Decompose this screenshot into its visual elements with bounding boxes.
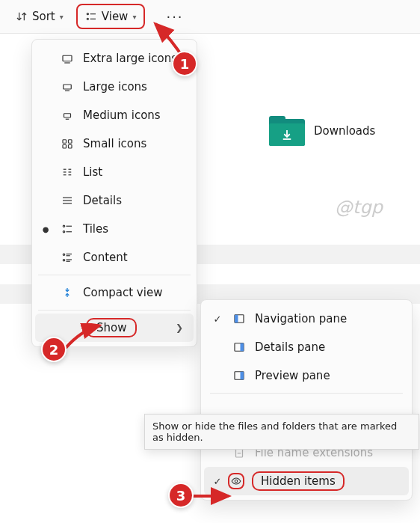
check-icon: ✓ [211, 476, 223, 487]
folder-item-downloads[interactable]: Downloads [269, 116, 375, 146]
menu-separator [38, 310, 191, 311]
svg-rect-12 [63, 145, 67, 149]
details-icon [59, 194, 75, 207]
svg-rect-10 [63, 140, 67, 144]
svg-point-0 [87, 13, 88, 15]
menu-label: Tiles [83, 222, 186, 236]
svg-rect-36 [241, 343, 244, 352]
svg-rect-34 [235, 315, 238, 323]
sort-icon [16, 10, 28, 22]
svg-rect-13 [69, 145, 72, 149]
callout-badge-1: 1 [172, 51, 197, 76]
show-option-details-pane[interactable]: Details pane [204, 333, 409, 361]
view-option-content[interactable]: Content [32, 243, 197, 272]
tooltip-text: Show or hide the files and folders that … [152, 420, 397, 443]
menu-label: Small icons [83, 137, 186, 150]
preview-pane-icon [231, 369, 247, 382]
folder-icon [269, 116, 305, 146]
menu-label: Large icons [83, 80, 186, 94]
menu-label: Compact view [83, 286, 186, 299]
extra-large-icons-icon [59, 52, 75, 65]
view-option-list[interactable]: List [32, 158, 197, 186]
svg-point-23 [63, 225, 64, 227]
content-icon [59, 251, 75, 264]
watermark: @tgp [335, 197, 383, 218]
menu-label: Medium icons [83, 108, 186, 122]
menu-label: Content [83, 251, 186, 264]
view-option-details[interactable]: Details [32, 186, 197, 215]
svg-point-27 [63, 254, 64, 255]
menu-separator [38, 275, 191, 275]
bullet-icon: ● [40, 225, 52, 233]
submenu-label: Preview pane [255, 369, 398, 382]
sort-button[interactable]: Sort ▾ [7, 4, 72, 28]
submenu-label: Details pane [255, 340, 398, 354]
sort-label: Sort [32, 10, 55, 23]
show-submenu: ✓ Navigation pane Details pane Preview p… [200, 299, 413, 501]
show-option-navigation-pane[interactable]: ✓ Navigation pane [204, 305, 409, 333]
view-option-compact[interactable]: Compact view [32, 278, 197, 307]
small-icons-icon [59, 137, 75, 150]
compact-view-icon [59, 286, 75, 299]
view-option-large-icons[interactable]: Large icons [32, 73, 197, 101]
menu-label: Details [83, 194, 186, 207]
medium-icons-icon [59, 108, 75, 122]
hidden-items-label: Hidden items [252, 471, 345, 491]
svg-point-2 [87, 18, 88, 19]
chevron-down-icon: ▾ [132, 13, 136, 21]
callout-badge-2: 2 [41, 337, 67, 362]
menu-label: List [83, 165, 186, 179]
show-option-hidden-items[interactable]: ✓ Hidden items [204, 467, 409, 495]
view-button[interactable]: View ▾ [76, 4, 146, 29]
show-option-preview-pane[interactable]: Preview pane [204, 361, 409, 390]
view-option-medium-icons[interactable]: Medium icons [32, 101, 197, 129]
details-pane-icon [231, 340, 247, 354]
large-icons-icon [59, 80, 75, 94]
submenu-label: Navigation pane [255, 312, 398, 325]
tiles-icon [59, 222, 75, 236]
chevron-down-icon: ▾ [60, 13, 64, 21]
view-option-tiles[interactable]: ● Tiles [32, 215, 197, 243]
check-icon: ✓ [211, 314, 223, 325]
annotation-arrow [62, 323, 107, 353]
svg-rect-8 [64, 114, 71, 117]
navigation-pane-icon [231, 312, 247, 325]
menu-separator [210, 393, 403, 394]
view-icon [85, 10, 97, 22]
list-icon [59, 165, 75, 179]
view-label: View [102, 10, 129, 23]
folder-label: Downloads [314, 124, 375, 138]
svg-rect-38 [241, 372, 244, 380]
toolbar: Sort ▾ View ▾ ··· [0, 0, 420, 34]
svg-point-25 [63, 231, 64, 233]
callout-badge-3: 3 [168, 483, 194, 508]
svg-point-41 [235, 480, 238, 483]
chevron-right-icon: ❯ [176, 322, 183, 333]
svg-rect-11 [69, 140, 72, 144]
svg-rect-6 [64, 85, 72, 89]
svg-point-30 [63, 260, 64, 261]
view-option-small-icons[interactable]: Small icons [32, 129, 197, 158]
tooltip: Show or hide the files and folders that … [144, 414, 419, 450]
svg-rect-4 [63, 55, 72, 61]
annotation-arrow [190, 486, 235, 506]
view-menu: Extra large icons Large icons Medium ico… [31, 39, 197, 347]
